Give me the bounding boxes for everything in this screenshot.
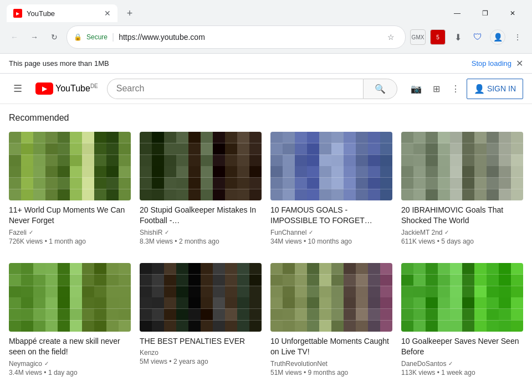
video-thumbnail [9, 132, 131, 200]
search-button[interactable]: 🔍 [363, 79, 397, 99]
video-card[interactable]: 11+ World Cup Moments We Can Never Forge… [9, 132, 131, 250]
browser-menu-button[interactable]: ⋮ [510, 29, 525, 45]
profile-button[interactable]: 👤 [490, 29, 505, 45]
video-info: 10 Unforgettable Moments Caught on Live … [270, 332, 392, 381]
video-thumbnail [140, 263, 262, 332]
info-bar-actions: Stop loading ✕ [472, 58, 523, 69]
video-title: 10 Goalkeeper Saves Never Seen Before [401, 336, 523, 358]
video-card[interactable]: 10 Goalkeeper Saves Never Seen BeforeDan… [401, 263, 523, 381]
video-channel: DaneDoSantos ✓ [401, 360, 523, 368]
header-actions: 📷 ⊞ ⋮ 👤 SIGN IN [406, 79, 523, 99]
youtube-logo-icon [35, 82, 53, 95]
url-actions: ☆ [383, 29, 398, 45]
url-divider: | [112, 32, 114, 42]
close-button[interactable]: ✕ [500, 4, 525, 22]
video-channel: Fazeli ✓ [9, 229, 131, 236]
browser-tab[interactable]: YouTube ✕ [7, 4, 117, 22]
info-bar-message: This page uses more than 1MB [9, 59, 109, 68]
video-title: 10 Unforgettable Moments Caught on Live … [270, 336, 392, 358]
youtube-menu-button[interactable]: ☰ [9, 78, 27, 99]
address-bar: ← → ↻ 🔒 Secure | https://www.youtube.com… [0, 22, 532, 53]
youtube-app: ☰ YouTubeDE 🔍 📷 ⊞ ⋮ 👤 SIGN IN Recommende… [0, 74, 532, 392]
ext-btn-2[interactable]: 5 [430, 29, 446, 45]
info-bar-close-button[interactable]: ✕ [516, 58, 523, 69]
video-title: 10 FAMOUS GOALS - IMPOSSIBLE TO FORGET… [270, 205, 392, 226]
ext-btn-3[interactable]: ⬇ [450, 29, 466, 45]
video-info: 10 Goalkeeper Saves Never Seen BeforeDan… [401, 332, 523, 381]
maximize-button[interactable]: ❐ [472, 4, 498, 22]
video-grid-row2: Mbappé create a new skill never seen on … [9, 263, 523, 381]
video-info: 20 IBRAHIMOVIC Goals That Shocked The Wo… [401, 200, 523, 250]
video-channel: JackieMT 2nd ✓ [401, 229, 523, 236]
secure-label: Secure [86, 33, 108, 41]
video-card[interactable]: 20 Stupid Goalkeeper Mistakes In Footbal… [140, 132, 262, 250]
video-meta: 34M views • 10 months ago [270, 238, 392, 245]
forward-button[interactable]: → [27, 29, 42, 45]
verified-icon: ✓ [444, 229, 449, 235]
video-meta: 51M views • 9 months ago [270, 369, 392, 376]
video-thumbnail [9, 263, 131, 332]
video-card[interactable]: 10 Unforgettable Moments Caught on Live … [270, 263, 392, 381]
video-info: Mbappé create a new skill never seen on … [9, 332, 131, 381]
video-info: 20 Stupid Goalkeeper Mistakes In Footbal… [140, 200, 262, 250]
video-channel: FunChannel ✓ [270, 229, 392, 236]
video-card[interactable]: Mbappé create a new skill never seen on … [9, 263, 131, 381]
url-bar[interactable]: 🔒 Secure | https://www.youtube.com ☆ [66, 25, 406, 49]
verified-icon: ✓ [44, 360, 49, 367]
ext-btn-4[interactable]: 🛡 [470, 29, 485, 45]
bookmark-button[interactable]: ☆ [383, 29, 398, 45]
video-meta: 611K views • 5 days ago [401, 238, 523, 245]
video-card[interactable]: 20 IBRAHIMOVIC Goals That Shocked The Wo… [401, 132, 523, 250]
video-grid-row1: 11+ World Cup Moments We Can Never Forge… [9, 132, 523, 250]
verified-icon: ✓ [448, 360, 453, 367]
window-controls: — ❐ ✕ [444, 4, 525, 22]
sign-in-button[interactable]: 👤 SIGN IN [467, 79, 523, 99]
tab-favicon-icon [13, 9, 22, 18]
video-info: THE BEST PENALTIES EVERKenzo5M views • 2… [140, 332, 262, 370]
video-title: THE BEST PENALTIES EVER [140, 336, 262, 347]
verified-icon: ✓ [29, 229, 33, 235]
video-card[interactable]: 10 FAMOUS GOALS - IMPOSSIBLE TO FORGET…F… [270, 132, 392, 250]
video-meta: 113K views • 1 week ago [401, 369, 523, 376]
video-meta: 8.3M views • 2 months ago [140, 238, 262, 245]
browser-window: YouTube ✕ + — ❐ ✕ ← → ↻ 🔒 Secure | https… [0, 0, 532, 74]
youtube-logo-text: YouTubeDE [55, 83, 98, 94]
video-title: Mbappé create a new skill never seen on … [9, 336, 131, 358]
stop-loading-button[interactable]: Stop loading [472, 59, 511, 68]
url-text: https://www.youtube.com [119, 33, 378, 42]
video-channel: Neymagico ✓ [9, 360, 131, 368]
video-card[interactable]: THE BEST PENALTIES EVERKenzo5M views • 2… [140, 263, 262, 381]
verified-icon: ✓ [165, 229, 169, 235]
video-title: 20 Stupid Goalkeeper Mistakes In Footbal… [140, 205, 262, 226]
lock-icon: 🔒 [74, 33, 82, 41]
youtube-logo: YouTubeDE [35, 82, 98, 95]
video-thumbnail [140, 132, 262, 200]
more-options-button[interactable]: ⋮ [447, 79, 464, 99]
video-thumbnail [270, 263, 392, 332]
refresh-button[interactable]: ↻ [47, 29, 62, 45]
new-tab-button[interactable]: + [122, 6, 137, 21]
video-info: 11+ World Cup Moments We Can Never Forge… [9, 200, 131, 250]
video-meta: 5M views • 2 years ago [140, 358, 262, 365]
apps-button[interactable]: ⊞ [428, 79, 444, 99]
video-channel: Kenzo [140, 349, 262, 357]
video-thumbnail [401, 132, 523, 200]
video-channel: TruthRevolutionNet [270, 360, 392, 368]
section-title: Recommended [9, 113, 523, 123]
tab-close-button[interactable]: ✕ [104, 9, 111, 18]
minimize-button[interactable]: — [444, 4, 470, 22]
search-input[interactable] [107, 79, 363, 99]
video-meta: 726K views • 1 month ago [9, 238, 131, 245]
video-title: 11+ World Cup Moments We Can Never Forge… [9, 205, 131, 226]
youtube-header: ☰ YouTubeDE 🔍 📷 ⊞ ⋮ 👤 SIGN IN [0, 74, 532, 104]
video-channel: ShishiR ✓ [140, 229, 262, 236]
tab-title: YouTube [27, 9, 100, 18]
video-camera-button[interactable]: 📷 [406, 79, 426, 99]
back-button[interactable]: ← [7, 29, 22, 45]
video-thumbnail [270, 132, 392, 200]
video-thumbnail [401, 263, 523, 332]
search-container: 🔍 [107, 79, 397, 99]
verified-icon: ✓ [309, 229, 313, 235]
ext-btn-1[interactable]: GMX [410, 29, 426, 45]
video-title: 20 IBRAHIMOVIC Goals That Shocked The Wo… [401, 205, 523, 226]
